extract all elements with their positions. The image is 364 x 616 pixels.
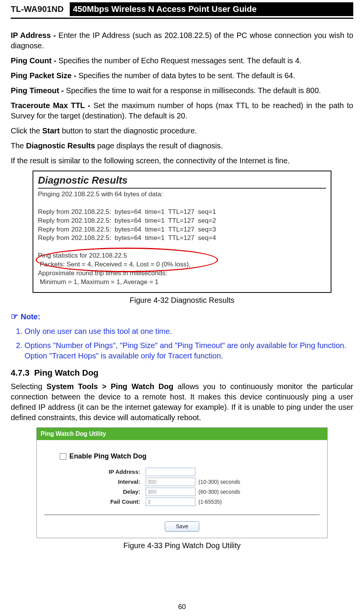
pwd-save-row: Save — [44, 521, 320, 532]
label-ping-timeout: Ping Timeout - — [11, 86, 66, 95]
enable-label: Enable Ping Watch Dog — [69, 452, 146, 461]
figure-caption-4-33: Figure 4-33 Ping Watch Dog Utility — [11, 540, 353, 551]
section-title: Ping Watch Dog — [34, 368, 98, 378]
pwd-input-delay[interactable] — [146, 488, 195, 496]
pwd-separator — [44, 514, 320, 515]
pwd-enable-row: Enable Ping Watch Dog — [60, 452, 320, 461]
para-result-similar: If the result is similar to the followin… — [11, 156, 353, 166]
pwd-body: Enable Ping Watch Dog IP Address: Interv… — [37, 440, 327, 538]
text-473-bold: System Tools > Ping Watch Dog — [46, 382, 173, 391]
figure-caption-4-32: Figure 4-32 Diagnostic Results — [11, 295, 353, 306]
note-heading: ☞Note: — [11, 311, 353, 322]
diag-title: Diagnostic Results — [38, 174, 326, 187]
pwd-row-failcount: Fail Count: (1-65535) — [44, 498, 320, 506]
pwd-label-interval: Interval: — [44, 478, 146, 486]
pwd-row-delay: Delay: (60-300) seconds — [44, 488, 320, 496]
diag-rule — [38, 188, 326, 189]
note-item-1: Only one user can use this tool at one t… — [25, 326, 353, 337]
pwd-input-failcount[interactable] — [146, 498, 195, 506]
para-traceroute-ttl: Traceroute Max TTL - Set the maximum num… — [11, 100, 353, 121]
text-ping-timeout: Specifies the time to wait for a respons… — [66, 86, 321, 95]
pwd-hint-delay: (60-300) seconds — [198, 488, 240, 496]
save-button[interactable]: Save — [165, 521, 199, 532]
pwd-hint-interval: (10-300) seconds — [198, 478, 240, 486]
para-diag-results: The Diagnostic Results page displays the… — [11, 141, 353, 151]
note-list: Only one user can use this tool at one t… — [11, 326, 353, 361]
section-number: 4.7.3 — [11, 368, 30, 378]
figure-ping-watch-dog: Ping Watch Dog Utility Enable Ping Watch… — [36, 427, 328, 538]
page-header: TL-WA901ND 450Mbps Wireless N Access Poi… — [11, 0, 353, 16]
pwd-input-ip[interactable] — [146, 468, 195, 476]
figure-diagnostic-results: Diagnostic Results Pinging 202.108.22.5 … — [33, 171, 331, 293]
pwd-label-delay: Delay: — [44, 488, 146, 496]
header-rule — [11, 18, 353, 19]
text-dr-bold: Diagnostic Results — [26, 141, 95, 150]
label-traceroute-ttl: Traceroute Max TTL - — [11, 101, 93, 110]
pwd-row-ip: IP Address: — [44, 468, 320, 476]
para-ip-address: IP Address - Enter the IP Address (such … — [11, 30, 353, 51]
enable-checkbox[interactable] — [60, 453, 66, 460]
label-ping-packet-size: Ping Packet Size - — [11, 71, 79, 80]
pointing-hand-icon: ☞ — [11, 312, 18, 321]
text-dr-post: page displays the result of diagnosis. — [95, 141, 223, 150]
text-dr-pre: The — [11, 141, 26, 150]
para-start: Click the Start button to start the diag… — [11, 126, 353, 136]
para-473: Selecting System Tools > Ping Watch Dog … — [11, 381, 353, 423]
label-ip-address: IP Address - — [11, 31, 59, 39]
para-ping-timeout: Ping Timeout - Specifies the time to wai… — [11, 85, 353, 96]
para-ping-count: Ping Count - Specifies the number of Ech… — [11, 56, 353, 66]
para-ping-packet-size: Ping Packet Size - Specifies the number … — [11, 71, 353, 81]
pwd-hint-failcount: (1-65535) — [198, 498, 222, 506]
text-start-pre: Click the — [11, 126, 42, 135]
label-ping-count: Ping Count - — [11, 56, 58, 65]
header-title: 450Mbps Wireless N Access Point User Gui… — [70, 2, 353, 16]
text-ping-count: Specifies the number of Echo Request mes… — [58, 56, 301, 65]
text-start-bold: Start — [42, 126, 60, 135]
text-ping-packet-size: Specifies the number of data bytes to be… — [79, 71, 295, 80]
header-model: TL-WA901ND — [11, 3, 64, 15]
text-473-pre: Selecting — [11, 382, 46, 391]
note-label: Note: — [21, 312, 40, 321]
page-number: 60 — [0, 602, 364, 611]
section-heading-4-7-3: 4.7.3 Ping Watch Dog — [11, 367, 353, 379]
note-item-2: Options "Number of Pings", "Ping Size" a… — [25, 340, 353, 361]
pwd-titlebar: Ping Watch Dog Utility — [37, 428, 327, 440]
pwd-row-interval: Interval: (10-300) seconds — [44, 478, 320, 486]
text-ip-address: Enter the IP Address (such as 202.108.22… — [11, 31, 353, 50]
diag-body: Pinging 202.108.22.5 with 64 bytes of da… — [38, 190, 326, 287]
pwd-label-ip: IP Address: — [44, 468, 146, 476]
pwd-label-failcount: Fail Count: — [44, 498, 146, 506]
text-start-post: button to start the diagnostic procedure… — [60, 126, 197, 135]
pwd-input-interval[interactable] — [146, 478, 195, 486]
